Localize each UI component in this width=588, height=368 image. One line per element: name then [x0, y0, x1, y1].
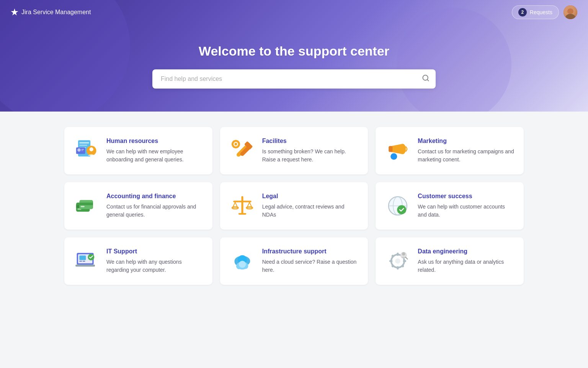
card-text-marketing: Marketing Contact us for marketing campa… — [418, 138, 514, 164]
hero-section: Jira Service Management 2 Requests Welco… — [0, 0, 588, 112]
svg-rect-31 — [238, 213, 246, 215]
card-text-infrastructure-support: Infrastructure support Need a cloud serv… — [262, 248, 359, 274]
card-human-resources[interactable]: Human resources We can help with new emp… — [64, 127, 212, 174]
card-title-human-resources: Human resources — [106, 138, 203, 145]
card-title-customer-success: Customer success — [418, 193, 514, 200]
requests-button[interactable]: 2 Requests — [512, 5, 559, 19]
svg-rect-10 — [81, 149, 84, 150]
card-icon-legal — [229, 193, 255, 219]
card-text-data-engineering: Data engineering Ask us for anything dat… — [418, 248, 514, 274]
svg-rect-8 — [76, 148, 85, 154]
card-text-human-resources: Human resources We can help with new emp… — [106, 138, 203, 164]
svg-rect-4 — [79, 145, 87, 146]
card-accounting-finance[interactable]: Accounting and finance Contact us for fi… — [64, 182, 212, 230]
svg-rect-40 — [79, 261, 82, 262]
svg-point-14 — [234, 143, 237, 146]
card-title-data-engineering: Data engineering — [418, 248, 514, 255]
card-text-it-support: IT Support We can help with any question… — [106, 248, 203, 274]
search-container — [152, 69, 436, 89]
brand: Jira Service Management — [11, 8, 91, 16]
hero-content: Welcome to the support center — [0, 25, 588, 89]
card-desc-accounting-finance: Contact us for financial approvals and g… — [106, 203, 203, 219]
card-desc-data-engineering: Ask us for anything data or analytics re… — [418, 258, 514, 274]
card-icon-marketing — [385, 138, 411, 164]
avatar[interactable] — [564, 5, 577, 19]
svg-point-9 — [77, 148, 81, 152]
card-icon-accounting-finance — [74, 193, 100, 219]
card-title-infrastructure-support: Infrastructure support — [262, 248, 359, 255]
card-desc-legal: Legal advice, contract reviews and NDAs — [262, 203, 359, 219]
navbar: Jira Service Management 2 Requests — [0, 0, 588, 25]
card-facilites[interactable]: Facilites Is something broken? We can he… — [220, 127, 368, 174]
svg-rect-41 — [83, 261, 85, 262]
search-input[interactable] — [152, 69, 436, 89]
svg-rect-26 — [81, 206, 85, 207]
card-title-legal: Legal — [262, 193, 359, 200]
svg-rect-42 — [75, 264, 95, 266]
card-text-legal: Legal Legal advice, contract reviews and… — [262, 193, 359, 219]
card-icon-customer-success — [385, 193, 411, 219]
svg-rect-55 — [397, 266, 399, 270]
search-icon — [422, 74, 430, 82]
svg-rect-56 — [389, 260, 393, 262]
card-customer-success[interactable]: Customer success We can help with custom… — [376, 182, 524, 230]
card-text-accounting-finance: Accounting and finance Contact us for fi… — [106, 193, 203, 219]
card-data-engineering[interactable]: Data engineering Ask us for anything dat… — [376, 237, 524, 285]
card-desc-customer-success: We can help with customer accounts and d… — [418, 203, 514, 219]
card-title-it-support: IT Support — [106, 248, 203, 255]
svg-point-51 — [238, 261, 246, 268]
svg-rect-25 — [79, 203, 93, 205]
card-infrastructure-support[interactable]: Infrastructure support Need a cloud serv… — [220, 237, 368, 285]
card-title-facilites: Facilites — [262, 138, 359, 145]
svg-rect-11 — [81, 150, 83, 151]
card-desc-human-resources: We can help with new employee onboarding… — [106, 148, 203, 164]
brand-name: Jira Service Management — [21, 9, 91, 16]
card-desc-it-support: We can help with any questions regarding… — [106, 258, 203, 274]
hero-title: Welcome to the support center — [8, 44, 580, 59]
svg-point-20 — [391, 153, 397, 160]
card-marketing[interactable]: Marketing Contact us for marketing campa… — [376, 127, 524, 174]
card-it-support[interactable]: IT Support We can help with any question… — [64, 237, 212, 285]
card-text-facilites: Facilites Is something broken? We can he… — [262, 138, 359, 164]
svg-point-7 — [90, 148, 93, 151]
card-icon-infrastructure-support — [229, 248, 255, 274]
requests-badge: 2 — [518, 8, 527, 16]
cards-section: Human resources We can help with new emp… — [53, 112, 535, 300]
svg-point-53 — [395, 258, 401, 264]
card-legal[interactable]: Legal Legal advice, contract reviews and… — [220, 182, 368, 230]
card-icon-human-resources — [74, 138, 100, 164]
card-icon-data-engineering — [385, 248, 411, 274]
card-desc-marketing: Contact us for marketing campaigns and m… — [418, 148, 514, 164]
svg-line-64 — [406, 257, 408, 259]
svg-line-1 — [427, 79, 429, 81]
svg-rect-28 — [233, 200, 252, 202]
svg-rect-27 — [241, 196, 243, 214]
svg-point-63 — [402, 252, 405, 256]
card-desc-infrastructure-support: Need a cloud service? Raise a question h… — [262, 258, 359, 274]
card-icon-facilites — [229, 138, 255, 164]
svg-rect-57 — [403, 260, 407, 262]
card-title-accounting-finance: Accounting and finance — [106, 193, 203, 200]
svg-rect-39 — [79, 256, 86, 260]
card-title-marketing: Marketing — [418, 138, 514, 145]
brand-icon — [11, 8, 18, 16]
search-button[interactable] — [422, 74, 430, 84]
svg-marker-18 — [391, 144, 403, 154]
requests-label: Requests — [530, 9, 552, 15]
navbar-right: 2 Requests — [512, 5, 577, 19]
card-icon-it-support — [74, 248, 100, 274]
cards-grid: Human resources We can help with new emp… — [64, 127, 524, 285]
svg-rect-3 — [79, 142, 89, 143]
avatar-face — [564, 5, 577, 19]
svg-rect-19 — [389, 146, 393, 152]
svg-rect-54 — [397, 253, 399, 256]
card-text-customer-success: Customer success We can help with custom… — [418, 193, 514, 219]
card-desc-facilites: Is something broken? We can help. Raise … — [262, 148, 359, 164]
